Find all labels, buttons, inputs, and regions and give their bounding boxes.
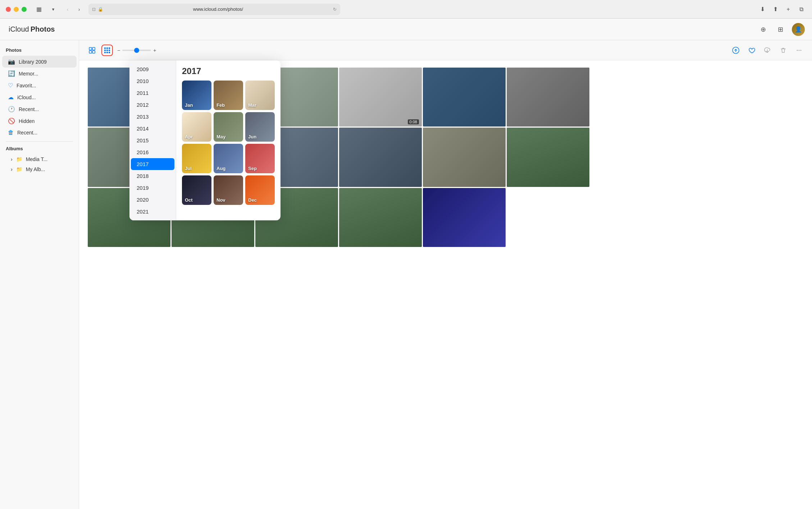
sidebar-item-my-albums[interactable]: › 📁 My Alb... xyxy=(0,164,79,174)
appbar-right: ⊕ ⊞ 👤 xyxy=(757,23,805,36)
sidebar-library-label: Library 2009 xyxy=(19,59,47,65)
year-item-2015[interactable]: 2015 xyxy=(131,134,174,146)
year-item-2013[interactable]: 2013 xyxy=(131,111,174,123)
year-item-2011[interactable]: 2011 xyxy=(131,87,174,99)
month-feb[interactable]: Feb xyxy=(214,81,243,110)
photo-cell[interactable] xyxy=(423,128,506,187)
delete-button[interactable] xyxy=(777,45,789,56)
svg-rect-10 xyxy=(104,52,106,53)
month-may[interactable]: May xyxy=(214,112,243,142)
year-item-2010[interactable]: 2010 xyxy=(131,75,174,87)
month-nov[interactable]: Nov xyxy=(214,175,243,205)
month-oct[interactable]: Oct xyxy=(182,175,211,205)
download-icon[interactable]: ⬇ xyxy=(757,4,767,14)
zoom-slider[interactable] xyxy=(122,50,151,51)
favorite-button[interactable] xyxy=(746,45,757,56)
svg-rect-1 xyxy=(92,47,95,50)
sidebar-item-icloud[interactable]: ☁ iCloud... xyxy=(2,91,77,103)
sidebar-toggle-icon[interactable]: ▦ xyxy=(34,4,44,14)
photo-cell[interactable]: 0:08 xyxy=(339,68,422,127)
svg-rect-5 xyxy=(106,47,108,49)
address-bar[interactable]: ⊡ 🔒 www.icloud.com/photos/ ↻ xyxy=(88,4,340,15)
library-icon: 📷 xyxy=(8,58,15,65)
minimize-button[interactable] xyxy=(14,7,19,12)
month-dec[interactable]: Dec xyxy=(245,175,275,205)
month-jun[interactable]: Jun xyxy=(245,112,275,142)
month-sep[interactable]: Sep xyxy=(245,144,275,173)
photo-cell[interactable] xyxy=(423,68,506,127)
sidebar-item-favorites[interactable]: ♡ Favorit... xyxy=(2,79,77,91)
albums-section-title: Albums xyxy=(0,145,79,154)
titlebar-right-icons: ⬇ ⬆ + ⧉ xyxy=(757,4,806,14)
view-list-button[interactable] xyxy=(86,45,98,56)
nav-arrows: ‹ › xyxy=(63,4,84,14)
year-months-panel: 2017 Jan Feb Mar Apr xyxy=(176,60,280,220)
more-button[interactable] xyxy=(793,45,805,56)
view-grid-button[interactable] xyxy=(101,45,113,56)
photo-cell[interactable] xyxy=(507,68,589,127)
app-title: iCloud Photos xyxy=(7,25,55,33)
sidebar-item-hidden[interactable]: 🚫 Hidden xyxy=(2,115,77,127)
photo-cell[interactable] xyxy=(339,188,422,247)
sidebar-memories-label: Memor... xyxy=(19,71,38,77)
month-mar[interactable]: Mar xyxy=(245,81,275,110)
chevron-down-icon[interactable]: ▼ xyxy=(48,4,58,14)
share-icon[interactable]: ⬆ xyxy=(770,4,780,14)
zoom-slider-thumb[interactable] xyxy=(134,48,139,53)
new-tab-icon[interactable]: + xyxy=(783,4,793,14)
folder-icon: 📁 xyxy=(16,156,22,162)
year-dropdown[interactable]: 2009 2010 2011 2012 2013 2014 2015 2016 … xyxy=(129,60,280,220)
year-item-2018[interactable]: 2018 xyxy=(131,170,174,182)
year-item-2019[interactable]: 2019 xyxy=(131,182,174,194)
back-button[interactable]: ‹ xyxy=(63,4,73,14)
sidebar-favorites-label: Favorit... xyxy=(17,83,36,88)
month-aug[interactable]: Aug xyxy=(214,144,243,173)
year-item-2014[interactable]: 2014 xyxy=(131,123,174,134)
month-may-label: May xyxy=(216,134,225,139)
photo-cell[interactable] xyxy=(423,188,506,247)
month-apr[interactable]: Apr xyxy=(182,112,211,142)
add-icon[interactable]: ⊕ xyxy=(757,24,769,35)
titlebar: ▦ ▼ ‹ › ⊡ 🔒 www.icloud.com/photos/ ↻ ⬇ ⬆… xyxy=(0,0,812,19)
sidebar-recently-deleted-label: Recent... xyxy=(17,130,37,136)
year-item-2017[interactable]: 2017 xyxy=(131,158,174,170)
month-jan[interactable]: Jan xyxy=(182,81,211,110)
month-jul[interactable]: Jul xyxy=(182,144,211,173)
photo-cell[interactable] xyxy=(339,128,422,187)
year-item-2009[interactable]: 2009 xyxy=(131,63,174,75)
photo-cell[interactable] xyxy=(507,128,589,187)
grid-icon[interactable]: ⊞ xyxy=(775,24,786,35)
upload-button[interactable] xyxy=(730,45,742,56)
refresh-icon[interactable]: ↻ xyxy=(333,7,337,12)
memories-icon: 🔄 xyxy=(8,70,15,77)
forward-button[interactable]: › xyxy=(74,4,84,14)
sidebar-item-recently-deleted[interactable]: 🗑 Recent... xyxy=(2,127,77,138)
year-item-2012[interactable]: 2012 xyxy=(131,99,174,111)
year-item-2016[interactable]: 2016 xyxy=(131,146,174,158)
sidebar-item-media-types[interactable]: › 📁 Media T... xyxy=(0,154,79,164)
sidebar-divider xyxy=(6,141,73,142)
icloud-icon: ☁ xyxy=(8,94,14,101)
year-item-2020[interactable]: 2020 xyxy=(131,194,174,206)
month-jan-label: Jan xyxy=(185,102,193,108)
icloud-download-button[interactable] xyxy=(762,45,773,56)
svg-rect-3 xyxy=(92,51,95,53)
zoom-out-button[interactable]: − xyxy=(117,47,120,53)
months-grid: Jan Feb Mar Apr May xyxy=(182,81,275,205)
sidebar-item-library[interactable]: 📷 Library 2009 xyxy=(2,56,77,68)
sidebar-item-memories[interactable]: 🔄 Memor... xyxy=(2,68,77,79)
tabs-icon[interactable]: ⧉ xyxy=(796,4,806,14)
sidebar-item-recently-added[interactable]: 🕐 Recent... xyxy=(2,103,77,115)
folder-icon2: 📁 xyxy=(16,166,22,172)
favorites-icon: ♡ xyxy=(8,82,13,89)
avatar[interactable]: 👤 xyxy=(792,23,805,36)
maximize-button[interactable] xyxy=(22,7,27,12)
recently-added-icon: 🕐 xyxy=(8,106,15,113)
lock-icon: 🔒 xyxy=(98,7,103,12)
sidebar-hidden-label: Hidden xyxy=(19,118,35,124)
my-albums-label: My Alb... xyxy=(26,166,45,172)
month-aug-label: Aug xyxy=(216,166,225,171)
close-button[interactable] xyxy=(6,7,11,12)
zoom-in-button[interactable]: + xyxy=(153,47,156,53)
year-item-2021[interactable]: 2021 xyxy=(131,206,174,217)
